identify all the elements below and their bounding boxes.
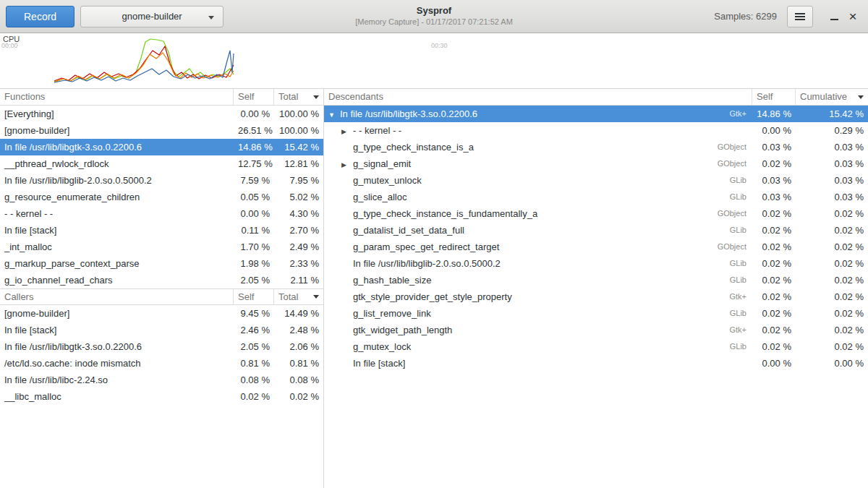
function-name: g_datalist_id_set_data_full xyxy=(353,225,464,236)
self-percent: 7.59 % xyxy=(234,172,274,189)
hamburger-icon xyxy=(795,13,805,20)
cumulative-column-label: Cumulative xyxy=(800,89,847,105)
menu-button[interactable] xyxy=(787,6,813,27)
cumulative-percent: 0.29 % xyxy=(796,122,868,139)
library-label xyxy=(696,122,752,139)
functions-row[interactable]: g_markup_parse_context_parse1.98 %2.33 % xyxy=(0,255,323,272)
descendants-row[interactable]: ▶- - kernel - -0.00 %0.29 % xyxy=(324,122,868,139)
descendants-row[interactable]: gtk_widget_path_lengthGtk+0.02 %0.02 % xyxy=(324,322,868,338)
library-label: GLib xyxy=(696,189,752,205)
library-label: GLib xyxy=(696,305,752,322)
self-percent: 0.02 % xyxy=(752,338,796,355)
headerbar: Record gnome-builder Sysprof [Memory Cap… xyxy=(0,0,868,33)
close-button[interactable]: × xyxy=(843,7,862,26)
self-percent: 26.51 % xyxy=(234,122,274,139)
self-column-header[interactable]: Self xyxy=(752,89,796,105)
descendants-row[interactable]: g_list_remove_linkGLib0.02 %0.02 % xyxy=(324,305,868,322)
descendants-row[interactable]: g_slice_allocGLib0.03 %0.03 % xyxy=(324,189,868,205)
function-name: g_slice_alloc xyxy=(353,192,407,202)
function-name: gtk_widget_path_length xyxy=(353,325,452,335)
self-percent: 0.08 % xyxy=(234,372,274,388)
callers-column-header[interactable]: Callers xyxy=(0,289,234,304)
function-name: In file [stack] xyxy=(353,358,405,369)
descendants-row[interactable]: g_datalist_id_set_data_fullGLib0.02 %0.0… xyxy=(324,222,868,239)
function-name: /etc/ld.so.cache: inode mismatch xyxy=(0,355,234,372)
record-button[interactable]: Record xyxy=(6,6,75,27)
self-percent: 2.05 % xyxy=(234,272,274,288)
total-percent: 100.00 % xyxy=(274,106,323,122)
self-column-header[interactable]: Self xyxy=(234,289,274,304)
function-name: g_list_remove_link xyxy=(353,308,431,319)
cpu-graph[interactable]: CPU 00:00 00:30 xyxy=(0,33,868,89)
total-percent: 2.49 % xyxy=(274,239,323,255)
function-name: g_type_check_instance_is_fundamentally_a xyxy=(353,208,537,219)
time-tick-start: 00:00 xyxy=(1,42,18,49)
cumulative-percent: 0.02 % xyxy=(796,239,868,255)
self-column-header[interactable]: Self xyxy=(234,89,274,105)
callers-row[interactable]: In file /usr/lib/libgtk-3.so.0.2200.62.0… xyxy=(0,338,323,355)
descendants-row[interactable]: ▼In file /usr/lib/libgtk-3.so.0.2200.6Gt… xyxy=(324,106,868,122)
descendant-name-cell: In file /usr/lib/libglib-2.0.so.0.5000.2 xyxy=(324,255,696,272)
descendants-row[interactable]: g_mutex_lockGLib0.02 %0.02 % xyxy=(324,338,868,355)
expander-closed-icon[interactable]: ▶ xyxy=(341,124,353,139)
functions-row[interactable]: __pthread_rwlock_rdlock12.75 %12.81 % xyxy=(0,155,323,172)
library-label xyxy=(696,355,752,372)
total-percent: 7.95 % xyxy=(274,172,323,189)
minimize-button[interactable] xyxy=(825,7,843,26)
functions-row[interactable]: [Everything]0.00 %100.00 % xyxy=(0,106,323,122)
total-percent: 2.33 % xyxy=(274,255,323,272)
self-percent: 1.70 % xyxy=(234,239,274,255)
callers-row[interactable]: /etc/ld.so.cache: inode mismatch0.81 %0.… xyxy=(0,355,323,372)
expander-closed-icon[interactable]: ▶ xyxy=(341,157,353,172)
function-name: In file /usr/lib/libgtk-3.so.0.2200.6 xyxy=(0,139,234,155)
cumulative-percent: 15.42 % xyxy=(796,106,868,122)
total-column-header[interactable]: Total xyxy=(274,89,323,105)
cumulative-percent: 0.02 % xyxy=(796,222,868,239)
functions-row[interactable]: In file [stack]0.11 %2.70 % xyxy=(0,222,323,239)
functions-row[interactable]: - - kernel - -0.00 %4.30 % xyxy=(0,205,323,222)
library-label: GObject xyxy=(696,139,752,155)
descendant-name-cell: g_mutex_lock xyxy=(324,338,696,355)
self-percent: 0.00 % xyxy=(234,205,274,222)
process-selector[interactable]: gnome-builder xyxy=(80,6,224,27)
function-name: g_io_channel_read_chars xyxy=(0,272,234,288)
callers-table-body: [gnome-builder]9.45 %14.49 %In file [sta… xyxy=(0,305,323,405)
functions-row[interactable]: g_resource_enumerate_children0.05 %5.02 … xyxy=(0,189,323,205)
descendant-name-cell: g_type_check_instance_is_fundamentally_a xyxy=(324,205,696,222)
right-pane: Descendants Self Cumulative ▼In file /us… xyxy=(324,89,868,488)
descendants-row[interactable]: g_param_spec_get_redirect_targetGObject0… xyxy=(324,239,868,255)
library-label: Gtk+ xyxy=(696,322,752,338)
functions-row[interactable]: In file /usr/lib/libglib-2.0.so.0.5000.2… xyxy=(0,172,323,189)
expander-open-icon[interactable]: ▼ xyxy=(328,107,340,122)
callers-row[interactable]: In file /usr/lib/libc-2.24.so0.08 %0.08 … xyxy=(0,372,323,388)
functions-row[interactable]: g_io_channel_read_chars2.05 %2.11 % xyxy=(0,272,323,288)
descendants-row[interactable]: In file /usr/lib/libglib-2.0.so.0.5000.2… xyxy=(324,255,868,272)
functions-column-header[interactable]: Functions xyxy=(0,89,234,105)
cumulative-column-header[interactable]: Cumulative xyxy=(796,89,868,105)
descendants-row[interactable]: g_type_check_instance_is_fundamentally_a… xyxy=(324,205,868,222)
descendants-row[interactable]: g_type_check_instance_is_aGObject0.03 %0… xyxy=(324,139,868,155)
functions-row[interactable]: _int_malloc1.70 %2.49 % xyxy=(0,239,323,255)
self-percent: 0.02 % xyxy=(752,155,796,172)
total-percent: 0.08 % xyxy=(274,372,323,388)
descendants-column-header[interactable]: Descendants xyxy=(324,89,752,105)
total-column-header[interactable]: Total xyxy=(274,289,323,304)
callers-row[interactable]: __libc_malloc0.02 %0.02 % xyxy=(0,388,323,405)
descendant-name-cell: In file [stack] xyxy=(324,355,696,372)
descendants-row[interactable]: ▶g_signal_emitGObject0.02 %0.03 % xyxy=(324,155,868,172)
callers-row[interactable]: [gnome-builder]9.45 %14.49 % xyxy=(0,305,323,322)
library-label: GObject xyxy=(696,155,752,172)
callers-row[interactable]: In file [stack]2.46 %2.48 % xyxy=(0,322,323,338)
function-name: __pthread_rwlock_rdlock xyxy=(0,155,234,172)
descendants-row[interactable]: g_mutex_unlockGLib0.03 %0.03 % xyxy=(324,172,868,189)
functions-row[interactable]: [gnome-builder]26.51 %100.00 % xyxy=(0,122,323,139)
descendants-row[interactable]: g_hash_table_sizeGLib0.02 %0.02 % xyxy=(324,272,868,288)
total-column-label: Total xyxy=(278,289,298,304)
descendants-row[interactable]: In file [stack]0.00 %0.00 % xyxy=(324,355,868,372)
descendants-row[interactable]: gtk_style_provider_get_style_propertyGtk… xyxy=(324,288,868,305)
sysprof-window: Record gnome-builder Sysprof [Memory Cap… xyxy=(0,0,868,488)
function-name: [Everything] xyxy=(0,106,234,122)
self-percent: 14.86 % xyxy=(234,139,274,155)
sort-descending-icon xyxy=(858,95,864,99)
functions-row[interactable]: In file /usr/lib/libgtk-3.so.0.2200.614.… xyxy=(0,139,323,155)
